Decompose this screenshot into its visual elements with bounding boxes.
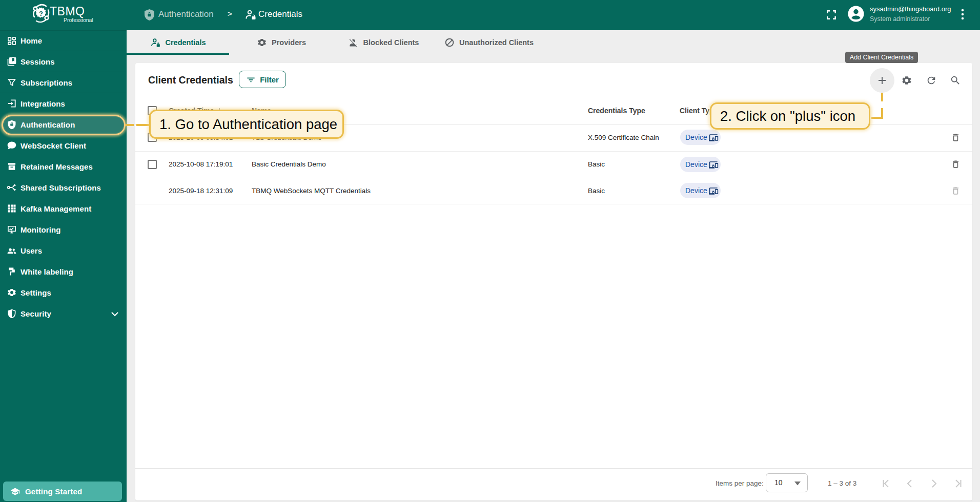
svg-text:?: ? — [39, 10, 43, 17]
